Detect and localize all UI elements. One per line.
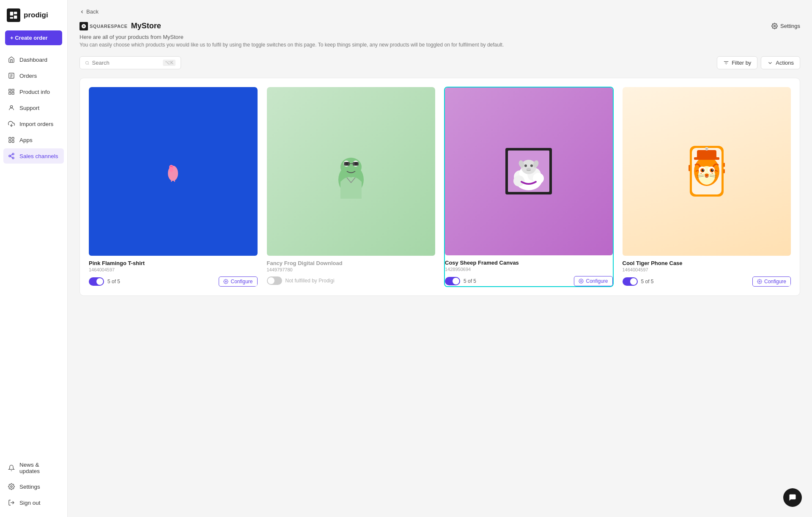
import-icon xyxy=(8,120,15,128)
create-order-button[interactable]: + Create order xyxy=(5,30,62,45)
svg-point-18 xyxy=(12,153,14,155)
product-name-3: Cosy Sheep Framed Canvas xyxy=(445,260,613,266)
sidebar-item-settings[interactable]: Settings xyxy=(3,479,64,494)
product-card-2: Fancy Frog Digital Download 1449797780 N… xyxy=(266,87,436,287)
chat-bubble[interactable] xyxy=(783,488,802,507)
svg-point-61 xyxy=(581,280,582,282)
sidebar-item-product-info[interactable]: Product info xyxy=(3,84,64,99)
search-input[interactable] xyxy=(92,60,160,66)
toggle-4[interactable] xyxy=(623,277,638,286)
svg-point-85 xyxy=(705,148,708,150)
sidebar-item-dashboard[interactable]: Dashboard xyxy=(3,52,64,67)
svg-rect-8 xyxy=(9,89,11,91)
count-text-4: 5 of 5 xyxy=(641,279,654,284)
sidebar-item-support[interactable]: Support xyxy=(3,100,64,115)
svg-rect-17 xyxy=(12,140,14,142)
sidebar-item-sign-out[interactable]: Sign out xyxy=(3,495,64,510)
svg-rect-16 xyxy=(9,140,11,142)
svg-line-22 xyxy=(11,154,13,156)
sidebar-item-sales-channels[interactable]: Sales channels xyxy=(3,148,64,164)
svg-point-23 xyxy=(11,486,12,487)
svg-rect-1 xyxy=(14,12,17,14)
product-info-3: Cosy Sheep Framed Canvas 1428950694 5 of… xyxy=(445,255,613,286)
svg-line-21 xyxy=(11,156,13,158)
product-card-4: Cool Tiger Phone Case 1464004597 5 of 5 … xyxy=(622,87,792,287)
configure-icon-1 xyxy=(223,279,228,284)
sidebar-item-import-orders[interactable]: Import orders xyxy=(3,116,64,131)
svg-point-12 xyxy=(10,106,12,108)
toggle-1[interactable] xyxy=(89,277,104,286)
configure-button-1[interactable]: Configure xyxy=(219,276,257,287)
product-actions-3: 5 of 5 Configure xyxy=(445,276,613,286)
product-name-2: Fancy Frog Digital Download xyxy=(267,260,436,266)
store-title: SQUARESPACE MyStore xyxy=(80,22,161,30)
description-line1: Here are all of your products from MySto… xyxy=(80,34,800,40)
configure-icon-3 xyxy=(579,279,584,284)
svg-rect-88 xyxy=(723,169,725,173)
product-icon xyxy=(8,88,15,96)
search-box[interactable]: ⌥K xyxy=(80,56,181,69)
product-name-1: Pink Flamingo T-shirt xyxy=(89,260,258,266)
svg-point-36 xyxy=(169,165,173,169)
page-settings-button[interactable]: Settings xyxy=(771,23,800,29)
back-link[interactable]: Back xyxy=(80,8,800,15)
toolbar-right: Filter by Actions xyxy=(717,56,800,69)
svg-point-72 xyxy=(703,170,704,170)
support-icon xyxy=(8,104,15,112)
product-info-2: Fancy Frog Digital Download 1449797780 N… xyxy=(267,256,436,285)
svg-point-73 xyxy=(712,170,713,170)
count-text-3: 5 of 5 xyxy=(464,278,476,284)
svg-point-37 xyxy=(225,281,227,282)
sidebar-item-orders[interactable]: Orders xyxy=(3,68,64,83)
svg-rect-86 xyxy=(689,165,690,171)
product-image-2 xyxy=(267,87,436,256)
svg-point-56 xyxy=(524,164,527,167)
svg-rect-83 xyxy=(697,150,716,159)
product-image-1 xyxy=(89,87,258,256)
svg-point-89 xyxy=(759,281,760,282)
product-image-3 xyxy=(445,88,613,255)
svg-rect-15 xyxy=(12,137,14,140)
signout-icon xyxy=(8,499,15,506)
svg-point-57 xyxy=(530,164,533,167)
store-header: SQUARESPACE MyStore Settings xyxy=(80,22,800,30)
svg-rect-14 xyxy=(9,137,11,140)
product-name-4: Cool Tiger Phone Case xyxy=(623,260,791,266)
apps-icon xyxy=(8,136,15,144)
svg-rect-9 xyxy=(12,89,14,91)
sidebar-item-news-updates[interactable]: News & updates xyxy=(3,458,64,478)
logo-text: prodigi xyxy=(24,11,48,19)
svg-rect-11 xyxy=(12,92,14,94)
svg-point-71 xyxy=(711,169,713,172)
svg-point-20 xyxy=(12,157,14,159)
svg-rect-2 xyxy=(14,16,17,19)
configure-icon-4 xyxy=(757,279,762,284)
store-name: MyStore xyxy=(131,22,161,30)
svg-point-54 xyxy=(513,175,524,186)
chevron-down-icon xyxy=(767,60,773,66)
product-actions-2: Not fulfilled by Prodigi xyxy=(267,276,436,285)
svg-rect-0 xyxy=(10,12,14,16)
filter-icon xyxy=(723,60,729,66)
configure-button-3[interactable]: Configure xyxy=(574,276,612,286)
sidebar: prodigi + Create order Dashboard Orders … xyxy=(0,0,68,517)
sidebar-nav: Dashboard Orders Product info Support Im… xyxy=(0,52,67,458)
svg-line-27 xyxy=(88,64,89,65)
sidebar-item-apps[interactable]: Apps xyxy=(3,132,64,148)
actions-button[interactable]: Actions xyxy=(761,56,800,69)
logo: prodigi xyxy=(0,0,67,29)
toggle-2[interactable] xyxy=(267,276,282,285)
squarespace-logo: SQUARESPACE xyxy=(80,22,128,30)
count-text-1: 5 of 5 xyxy=(107,279,120,284)
toggle-3[interactable] xyxy=(445,277,460,285)
not-fulfilled-text-2: Not fulfilled by Prodigi xyxy=(285,278,335,284)
filter-button[interactable]: Filter by xyxy=(717,56,757,69)
product-actions-1: 5 of 5 Configure xyxy=(89,276,258,287)
svg-point-70 xyxy=(702,169,704,172)
configure-button-4[interactable]: Configure xyxy=(752,276,791,287)
ss-logo-icon xyxy=(80,22,88,30)
product-info-1: Pink Flamingo T-shirt 1464004597 5 of 5 … xyxy=(89,256,258,287)
product-card-1: Pink Flamingo T-shirt 1464004597 5 of 5 … xyxy=(88,87,258,287)
orders-icon xyxy=(8,72,15,79)
svg-point-19 xyxy=(9,155,11,157)
